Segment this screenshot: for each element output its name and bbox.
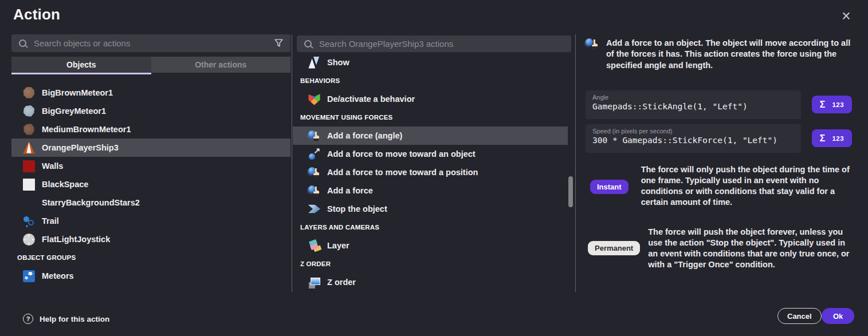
angle-expression-button[interactable]: Σ 123 bbox=[812, 96, 852, 113]
search-icon bbox=[304, 39, 313, 49]
joystick-icon bbox=[23, 234, 35, 246]
force-icon bbox=[308, 130, 320, 142]
list-item[interactable]: Add a force (angle) bbox=[293, 127, 568, 145]
permanent-badge: Permanent bbox=[588, 241, 640, 255]
list-item[interactable]: Add a force to move toward an object bbox=[293, 145, 568, 163]
list-item[interactable]: Layer bbox=[293, 236, 568, 255]
speed-expression-button[interactable]: Σ 123 bbox=[812, 129, 852, 147]
item-label: FlatLightJoystick bbox=[42, 235, 110, 244]
action-dialog: Action × Objects Other actions BigBrownM… bbox=[0, 0, 868, 336]
help-button[interactable]: ? Help for this action bbox=[23, 314, 109, 324]
list-item[interactable]: BigGreyMeteor1 bbox=[11, 102, 290, 120]
close-icon: × bbox=[842, 7, 851, 25]
layers-icon bbox=[308, 240, 320, 252]
panel-divider bbox=[575, 34, 576, 292]
item-label: Add a force bbox=[327, 186, 373, 195]
item-label: Layer bbox=[327, 241, 349, 250]
meteor-grey-icon bbox=[23, 105, 35, 117]
item-label: StarryBackgroundStars2 bbox=[42, 198, 140, 207]
item-label: Show bbox=[327, 58, 349, 67]
item-label: BlackSpace bbox=[42, 180, 88, 189]
tab-other-actions[interactable]: Other actions bbox=[151, 57, 291, 73]
actions-search-input[interactable] bbox=[319, 39, 564, 49]
force-toward-position-icon bbox=[308, 167, 320, 179]
list-item[interactable]: Meteors bbox=[11, 267, 290, 285]
force-icon bbox=[586, 38, 599, 51]
section-header: BEHAVIORS bbox=[293, 72, 575, 90]
objects-search-input[interactable] bbox=[34, 38, 268, 48]
angle-field-label: Angle bbox=[592, 94, 794, 101]
section-header: LAYERS AND CAMERAS bbox=[293, 218, 575, 236]
numbers-icon: 123 bbox=[832, 101, 844, 108]
item-label: Stop the object bbox=[327, 204, 387, 214]
list-item[interactable]: MediumBrownMeteor1 bbox=[11, 120, 290, 139]
help-label: Help for this action bbox=[40, 315, 109, 323]
speed-field-label: Speed (in pixels per second) bbox=[592, 128, 794, 135]
ok-button[interactable]: Ok bbox=[822, 308, 854, 324]
list-item[interactable]: FlatLightJoystick bbox=[11, 230, 290, 248]
square-red-icon bbox=[23, 160, 35, 172]
item-label: OrangePlayerShip3 bbox=[42, 143, 119, 152]
list-item[interactable]: Trail bbox=[11, 212, 290, 230]
objects-panel: Objects Other actions BigBrownMeteor1 Bi… bbox=[11, 34, 290, 285]
section-header: MOVEMENT USING FORCES bbox=[293, 108, 575, 127]
speed-field[interactable]: Speed (in pixels per second) 300 * Gamep… bbox=[586, 124, 801, 153]
sigma-icon: Σ bbox=[820, 100, 826, 110]
stop-icon bbox=[308, 203, 320, 215]
item-label: Add a force to move toward an object bbox=[327, 149, 476, 159]
angle-field-value[interactable]: Gamepads::StickAngle(1, "Left") bbox=[592, 102, 794, 111]
numbers-icon: 123 bbox=[832, 135, 844, 142]
list-item[interactable]: Show bbox=[293, 53, 568, 72]
force-toward-object-icon bbox=[308, 148, 320, 160]
close-button[interactable]: × bbox=[837, 7, 855, 25]
item-label: Z order bbox=[327, 278, 356, 287]
actions-panel: Show BEHAVIORS De/activate a behavior MO… bbox=[293, 35, 575, 291]
list-item[interactable]: Stop the object bbox=[293, 200, 568, 218]
list-item[interactable]: Add a force bbox=[293, 181, 568, 200]
item-label: BigBrownMeteor1 bbox=[42, 88, 113, 97]
force-plain-icon bbox=[308, 185, 320, 197]
item-label: Walls bbox=[42, 161, 63, 171]
visibility-icon bbox=[308, 57, 320, 69]
panel-divider bbox=[292, 34, 292, 292]
list-item[interactable]: BlackSpace bbox=[11, 175, 290, 193]
sigma-icon: Σ bbox=[820, 133, 826, 144]
dialog-title: Action bbox=[13, 6, 60, 23]
instant-badge: Instant bbox=[590, 180, 629, 194]
objects-list: BigBrownMeteor1 BigGreyMeteor1 MediumBro… bbox=[11, 84, 290, 285]
list-item[interactable]: BigBrownMeteor1 bbox=[11, 84, 290, 102]
group-meteors-icon bbox=[23, 270, 35, 282]
list-item[interactable]: Add a force to move toward a position bbox=[293, 163, 568, 181]
objects-tabs: Objects Other actions bbox=[11, 57, 290, 73]
meteor-brown-medium-icon bbox=[23, 124, 35, 136]
item-icon bbox=[23, 197, 35, 209]
square-white-icon bbox=[23, 179, 35, 191]
rocket-icon bbox=[23, 142, 35, 154]
permanent-description: The force will push the object forever, … bbox=[648, 227, 854, 270]
action-details-panel: Add a force to an object. The object wil… bbox=[586, 38, 854, 278]
trail-icon bbox=[23, 215, 35, 227]
angle-field[interactable]: Angle Gamepads::StickAngle(1, "Left") bbox=[586, 90, 801, 119]
section-header: OBJECT GROUPS bbox=[11, 248, 290, 267]
behavior-icon bbox=[308, 93, 320, 105]
action-description: Add a force to an object. The object wil… bbox=[606, 38, 851, 71]
scrollbar-thumb[interactable] bbox=[568, 176, 573, 207]
meteor-brown-big-icon bbox=[23, 87, 35, 99]
list-item[interactable]: OrangePlayerShip3 bbox=[11, 139, 290, 157]
item-label: MediumBrownMeteor1 bbox=[42, 125, 131, 134]
cancel-button[interactable]: Cancel bbox=[777, 308, 822, 324]
item-label: De/activate a behavior bbox=[327, 94, 415, 104]
search-icon bbox=[18, 39, 28, 48]
list-item[interactable]: De/activate a behavior bbox=[293, 90, 568, 108]
zorder-icon bbox=[308, 276, 320, 288]
list-item[interactable]: Walls bbox=[11, 157, 290, 175]
actions-search bbox=[297, 35, 571, 52]
tab-objects[interactable]: Objects bbox=[11, 57, 151, 73]
speed-field-value[interactable]: 300 * Gamepads::StickForce(1, "Left") bbox=[592, 136, 794, 145]
filter-icon[interactable] bbox=[274, 38, 284, 48]
list-item[interactable]: StarryBackgroundStars2 bbox=[11, 193, 290, 212]
list-item[interactable]: Z order bbox=[293, 273, 568, 291]
item-label: Trail bbox=[42, 216, 59, 226]
actions-list: Show BEHAVIORS De/activate a behavior MO… bbox=[293, 53, 575, 291]
section-header: Z ORDER bbox=[293, 255, 575, 273]
